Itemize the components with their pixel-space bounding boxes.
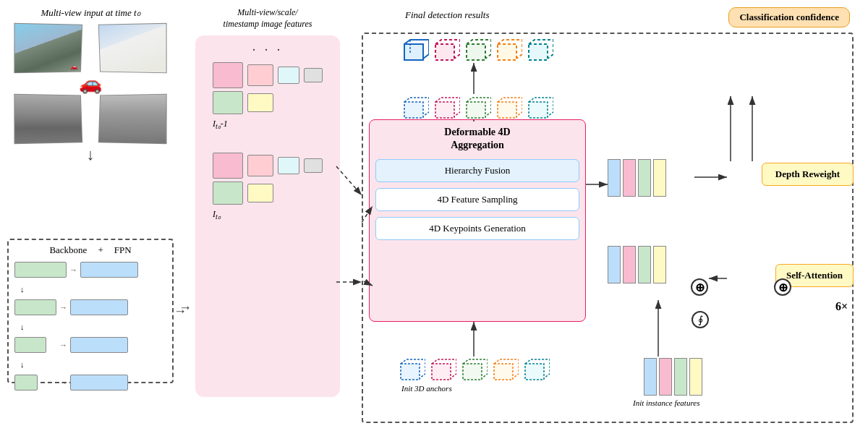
feature-group-t0: It₀ [213, 153, 323, 221]
init-box-pink [429, 358, 456, 383]
svg-rect-11 [529, 102, 548, 118]
fpn-blue-4 [70, 375, 128, 391]
fv-yellow-1 [653, 159, 666, 197]
keypoints-generation-label: 4D Keypoints Generation [429, 223, 526, 234]
feature-pink-background: · · · It₀-1 [195, 35, 340, 397]
hierarchy-fusion-label: Hierarchy Fusion [445, 165, 511, 176]
backbone-fpn-box: Backbone + FPN → ↓ → ↓ [7, 239, 174, 383]
3d-box-blue [401, 38, 429, 63]
init-anchors-label: Init 3D anchors [401, 384, 452, 393]
fv-blue-2 [608, 246, 621, 283]
feat-red-1 [247, 64, 273, 86]
ego-car-icon: 🚗 [79, 72, 102, 95]
sigma-circle: ∮ [692, 311, 709, 328]
camera-top-right [98, 23, 167, 74]
camera-bottom-left [14, 94, 82, 145]
arrow-down-to-backbone: ↓ [7, 145, 174, 164]
fpn-arrow-r3: → [59, 341, 67, 349]
camera-bottom-right [98, 94, 167, 145]
main-section: Final detection results Classification c… [362, 4, 861, 427]
fpn-blue-2 [70, 299, 128, 315]
times-6x-label: 6× [835, 300, 848, 313]
init-fv-pink [659, 358, 672, 396]
classification-box-inner: Classification confidence [728, 7, 850, 27]
feature-row-2b [213, 182, 273, 205]
timestamp-label-t0-1: It₀-1 [213, 119, 228, 130]
feat-gray-1 [304, 68, 323, 82]
init-instance-features-row [644, 358, 702, 396]
backbone-to-features-right-arrow: → [179, 300, 192, 315]
plus-circle-bottom: ⊕ [774, 278, 791, 296]
deformable-aggregation-box: Deformable 4DAggregation Hierarchy Fusio… [369, 119, 586, 322]
svg-rect-3 [435, 44, 454, 60]
fpn-green-3 [14, 337, 46, 353]
fpn-green-4 [14, 375, 38, 391]
refined-box-pink [433, 96, 460, 121]
svg-rect-12 [401, 364, 420, 380]
init-box-green [460, 358, 488, 383]
multiview-title: Multi-view input at time t₀ [7, 7, 174, 20]
svg-rect-6 [529, 44, 548, 60]
keypoints-generation-module: 4D Keypoints Generation [375, 217, 579, 240]
feat-cyan-2 [278, 157, 299, 174]
feature-row-2a [213, 153, 323, 179]
init-features-label: Init instance features [633, 398, 699, 407]
refined-box-cyan [526, 96, 553, 121]
refined-box-green [464, 96, 491, 121]
init-fv-green [674, 358, 687, 396]
backbone-fpn-title: Backbone + FPN [14, 244, 166, 256]
fpn-row-2: → [14, 299, 166, 315]
feat-yellow-1 [247, 93, 273, 112]
svg-rect-0 [404, 44, 423, 60]
svg-line-31 [336, 166, 362, 195]
3d-box-pink [433, 38, 460, 63]
final-detection-label: Final detection results [405, 9, 490, 21]
feature-sampling-module: 4D Feature Sampling [375, 188, 579, 211]
3d-box-green [464, 38, 491, 63]
fv-green-1 [638, 159, 651, 197]
fpn-green-2 [14, 299, 56, 315]
fv-pink-2 [623, 246, 636, 283]
svg-rect-8 [435, 102, 454, 118]
fv-yellow-2 [653, 246, 666, 283]
dots-ellipsis: · · · [252, 43, 284, 58]
feat-cyan-1 [278, 67, 299, 84]
feat-vectors-depth-input [608, 159, 666, 197]
fv-pink-1 [623, 159, 636, 197]
deformable-title: Deformable 4DAggregation [375, 126, 579, 152]
3d-box-yellow [495, 38, 522, 63]
svg-rect-5 [498, 44, 516, 60]
fpn-arrow-down-1: ↓ [20, 282, 166, 295]
svg-rect-9 [467, 102, 485, 118]
final-3d-boxes-row [401, 38, 553, 63]
svg-rect-16 [525, 364, 544, 380]
diagram-container: Multi-view input at time t₀ 🚗 🚗 [0, 0, 868, 431]
backbone-label: Backbone [49, 244, 87, 256]
init-box-cyan [522, 358, 550, 383]
depth-reweight-box: Depth Reweight [762, 163, 854, 186]
feat-gray-2 [304, 158, 323, 173]
fpn-row-3: → [14, 337, 166, 353]
feature-row-1a [213, 62, 323, 88]
plus-circle-top: ⊕ [691, 278, 708, 296]
self-attention-label: Self-Attention [786, 270, 843, 281]
fpn-blue-1 [80, 262, 138, 278]
fpn-label: FPN [114, 244, 132, 256]
classification-confidence-box: Classification confidence [728, 7, 850, 27]
init-3d-anchors-row [398, 358, 550, 383]
svg-rect-7 [404, 102, 423, 118]
svg-rect-10 [498, 102, 516, 118]
feat-green-1 [213, 91, 243, 114]
feature-group-t0-minus1: It₀-1 [213, 62, 323, 130]
feat-yellow-2 [247, 184, 273, 202]
refined-box-blue [401, 96, 429, 121]
feature-row-1b [213, 91, 273, 114]
fpn-layers: → ↓ → ↓ → ↓ [14, 262, 166, 391]
init-box-blue [398, 358, 425, 383]
3d-box-cyan [526, 38, 553, 63]
feat-pink-1 [213, 62, 243, 88]
feat-pink-2 [213, 153, 243, 179]
plus-label: + [98, 244, 103, 256]
fpn-row-4: → [14, 375, 166, 391]
svg-rect-15 [494, 364, 513, 380]
